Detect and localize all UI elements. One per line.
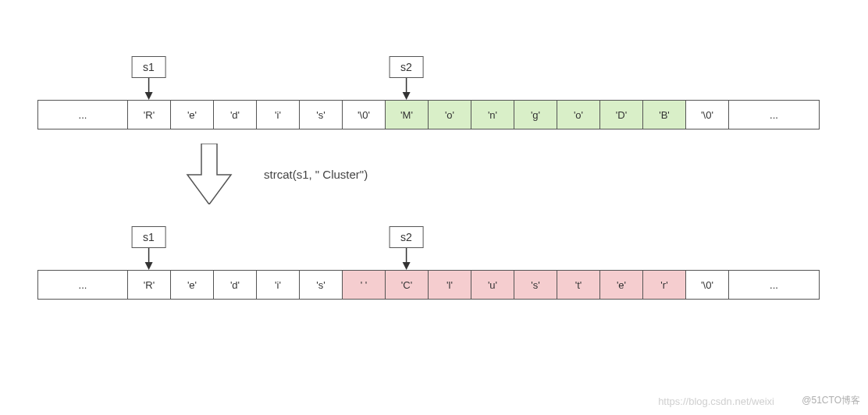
memory-cell: 'R': [128, 101, 171, 129]
down-arrow-icon: [186, 144, 233, 204]
cells-before: ...'R''e''d''i''s''\0''M''o''n''g''o''D'…: [37, 100, 820, 129]
memory-cell: 's': [300, 271, 343, 299]
memory-cell: '\0': [343, 101, 386, 129]
memory-cell: 'D': [600, 101, 643, 129]
memory-cell: 't': [557, 271, 600, 299]
pointer-label: s2: [389, 226, 424, 248]
svg-marker-3: [402, 92, 410, 100]
memory-cell: 'i': [257, 271, 300, 299]
ptr-s2: s2: [389, 226, 424, 270]
memory-cell: '\0': [686, 101, 729, 129]
memory-cell: 'e': [600, 271, 643, 299]
operation-text: strcat(s1, " Cluster"): [264, 168, 368, 181]
memory-cell: 'o': [557, 101, 600, 129]
pointer-label: s1: [131, 226, 166, 248]
ptr-s2: s2: [389, 56, 424, 100]
memory-cell: ' ': [343, 271, 386, 299]
memory-cell: 'g': [514, 101, 557, 129]
memory-cell: 'i': [257, 101, 300, 129]
memory-cell: 'C': [386, 271, 429, 299]
memory-cell: 'B': [643, 101, 686, 129]
pointer-label: s1: [131, 56, 166, 78]
memory-cell: 'R': [128, 271, 171, 299]
memory-cell: 'n': [471, 101, 514, 129]
svg-marker-7: [402, 262, 410, 270]
memory-cell: 'e': [171, 271, 214, 299]
transition: strcat(s1, " Cluster"): [186, 144, 368, 204]
memory-cell: ...: [38, 101, 128, 129]
arrow-down-icon: [400, 78, 411, 100]
memory-cell: 'd': [214, 271, 257, 299]
memory-cell: ...: [729, 101, 819, 129]
memory-after: s1s2 ...'R''e''d''i''s'' ''C''l''u''s''t…: [37, 215, 820, 300]
memory-cell: 'd': [214, 101, 257, 129]
svg-marker-5: [144, 262, 152, 270]
ptr-s1: s1: [131, 226, 166, 270]
memory-cell: 'r': [643, 271, 686, 299]
memory-cell: 's': [300, 101, 343, 129]
memory-cell: 's': [514, 271, 557, 299]
arrow-down-icon: [400, 248, 411, 270]
arrow-down-icon: [143, 78, 154, 100]
memory-before: s1s2 ...'R''e''d''i''s''\0''M''o''n''g''…: [37, 45, 820, 129]
cells-after: ...'R''e''d''i''s'' ''C''l''u''s''t''e''…: [37, 270, 820, 300]
svg-marker-1: [144, 92, 152, 100]
memory-cell: 'o': [429, 101, 471, 129]
memory-cell: 'e': [171, 101, 214, 129]
memory-cell: 'u': [471, 271, 514, 299]
memory-cell: 'M': [386, 101, 429, 129]
ptr-s1: s1: [131, 56, 166, 100]
memory-cell: ...: [38, 271, 128, 299]
pointer-label: s2: [389, 56, 424, 78]
memory-cell: ...: [729, 271, 819, 299]
arrow-down-icon: [143, 248, 154, 270]
memory-cell: '\0': [686, 271, 729, 299]
memory-cell: 'l': [429, 271, 471, 299]
